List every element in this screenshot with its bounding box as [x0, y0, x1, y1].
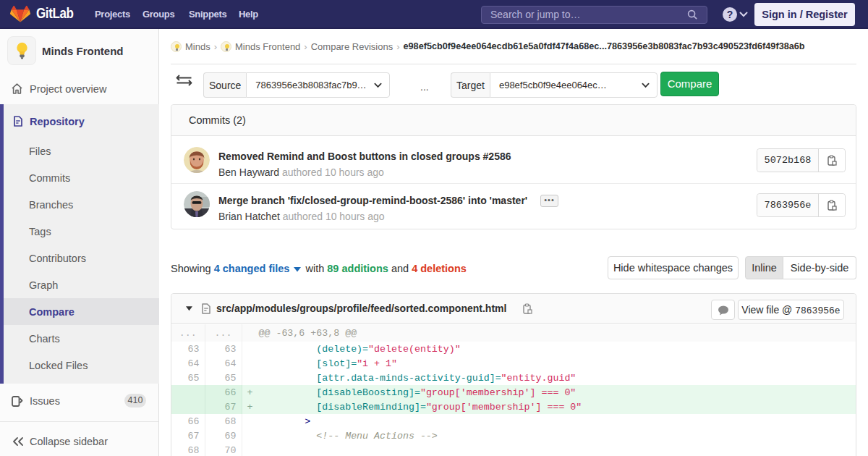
svg-text:?: ?: [727, 9, 733, 20]
